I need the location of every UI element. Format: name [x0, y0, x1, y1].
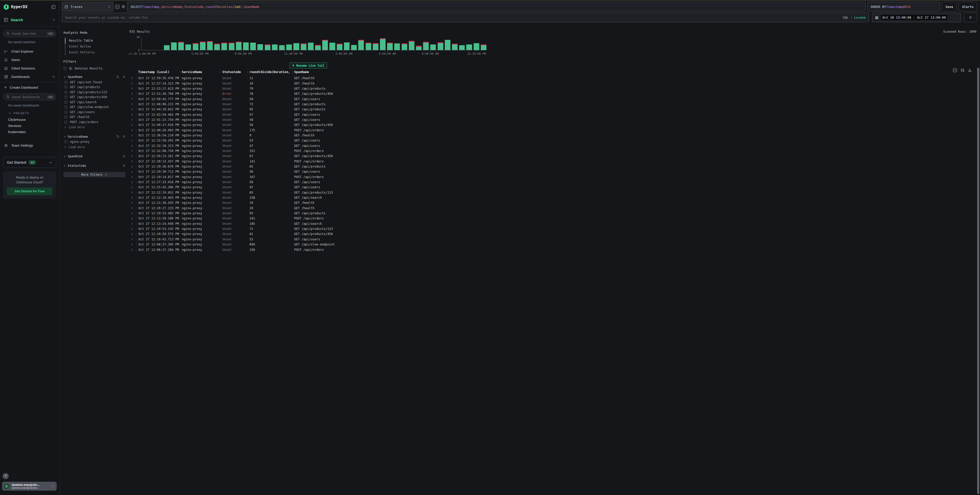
denoise-results-toggle[interactable]: Denoise Results	[63, 67, 126, 70]
column-header-statuscode[interactable]: StatusCode	[220, 70, 247, 74]
expand-row-icon[interactable]	[129, 181, 136, 184]
expand-row-icon[interactable]	[129, 170, 136, 173]
sidebar-item-dashboards[interactable]: Dashboards	[0, 73, 59, 81]
chevron-up-icon[interactable]	[52, 75, 55, 78]
expand-row-icon[interactable]	[129, 92, 136, 95]
histogram-bar[interactable]	[459, 45, 465, 50]
histogram-bar[interactable]	[193, 43, 199, 50]
histogram-bar[interactable]	[329, 43, 335, 50]
pin-icon[interactable]	[122, 75, 126, 79]
filter-option[interactable]: GET /api/not-found	[63, 80, 126, 85]
checkbox[interactable]	[64, 105, 67, 108]
pin-icon[interactable]	[122, 155, 126, 158]
expand-row-icon[interactable]	[129, 82, 136, 85]
histogram-bar[interactable]	[402, 43, 407, 50]
filter-option[interactable]: POST /api/orders	[63, 119, 126, 125]
expand-row-icon[interactable]	[129, 97, 136, 100]
sidebar-item-kubernetes[interactable]: Kubernetes	[0, 129, 59, 135]
histogram-bar[interactable]	[322, 40, 328, 50]
table-row[interactable]: Oct 27 12:57:14.313 PMnginx-proxyUnset10…	[129, 81, 490, 86]
expand-row-icon[interactable]	[129, 87, 136, 90]
checkbox[interactable]	[64, 115, 67, 118]
checkbox[interactable]	[63, 67, 67, 70]
table-row[interactable]: Oct 27 12:06:27.284 PMnginx-proxyUnset15…	[129, 247, 490, 247]
expand-row-icon[interactable]	[129, 191, 136, 194]
histogram-bar[interactable]	[445, 40, 450, 50]
histogram-bar[interactable]	[207, 41, 213, 50]
expand-row-icon[interactable]	[129, 108, 136, 111]
expand-row-icon[interactable]	[129, 217, 136, 220]
resume-live-tail-button[interactable]: Resume Live Tail	[289, 62, 327, 68]
histogram-bar[interactable]	[474, 43, 479, 50]
histogram-bar[interactable]	[185, 45, 191, 50]
table-row[interactable]: Oct 27 12:10:42.713 PMnginx-proxyUnset53…	[129, 237, 490, 242]
histogram-bar[interactable]	[171, 42, 177, 50]
expand-row-icon[interactable]	[129, 238, 136, 240]
histogram-bar[interactable]	[430, 45, 436, 50]
table-row[interactable]: Oct 27 12:22:19.852 PMnginx-proxyUnset65…	[129, 190, 490, 195]
sidebar-item-clickhouse[interactable]: ClickHouse	[0, 116, 59, 123]
filter-option[interactable]: GET /api/users	[63, 110, 126, 115]
table-row[interactable]: Oct 27 12:36:54.210 PMnginx-proxyUnset9G…	[129, 133, 490, 138]
table-row[interactable]: Oct 27 12:13:24.048 PMnginx-proxyUnset18…	[129, 221, 490, 226]
histogram-bar[interactable]	[272, 45, 278, 50]
table-row[interactable]: Oct 27 12:43:59.465 PMnginx-proxyUnset57…	[129, 112, 490, 117]
expand-row-icon[interactable]	[129, 77, 136, 80]
histogram-bar[interactable]	[466, 45, 472, 50]
column-header-spanname[interactable]: SpanName	[292, 70, 490, 74]
column-header-timestamp[interactable]: Timestamp (Local)	[136, 70, 180, 74]
expand-row-icon[interactable]	[129, 124, 136, 126]
get-started-dropdown[interactable]: Get Started 3/3	[3, 157, 56, 168]
histogram-bar[interactable]	[265, 45, 270, 50]
source-select[interactable]: Traces	[62, 2, 113, 11]
histogram-bar[interactable]	[221, 43, 227, 50]
histogram-bar[interactable]	[416, 46, 422, 50]
checkbox[interactable]	[64, 95, 67, 99]
create-dashboard-button[interactable]: + Create Dashboard	[0, 82, 59, 92]
table-row[interactable]: Oct 27 12:59:35.478 PMnginx-proxyUnset11…	[129, 76, 490, 81]
filter-option[interactable]: GET /health	[63, 115, 126, 120]
expand-row-icon[interactable]	[129, 233, 136, 236]
histogram-bar[interactable]	[344, 42, 350, 50]
expand-row-icon[interactable]	[129, 139, 136, 142]
search-icon[interactable]	[116, 135, 119, 138]
checkbox[interactable]	[64, 91, 67, 94]
histogram-bar[interactable]	[286, 45, 292, 50]
pin-icon[interactable]	[122, 135, 126, 138]
load-more[interactable]: Load more	[63, 144, 126, 150]
table-row[interactable]: Oct 27 12:30:23.261 PMnginx-proxyUnset67…	[129, 153, 490, 159]
table-row[interactable]: Oct 27 12:32:18.313 PMnginx-proxyUnset47…	[129, 143, 490, 148]
expand-row-icon[interactable]	[129, 228, 136, 231]
table-row[interactable]: Oct 27 12:40:20.093 PMnginx-proxyUnset17…	[129, 127, 490, 132]
checkbox[interactable]	[64, 81, 67, 84]
pin-icon[interactable]	[122, 164, 126, 167]
table-row[interactable]: Oct 27 12:44:10.832 PMnginx-proxyUnset95…	[129, 107, 490, 112]
table-row[interactable]: Oct 27 12:10:50.572 PMnginx-proxyUnset61…	[129, 231, 490, 237]
expand-row-icon[interactable]	[129, 222, 136, 225]
histogram-bar[interactable]	[358, 40, 364, 50]
table-row[interactable]: Oct 27 12:29:14.817 PMnginx-proxyUnset16…	[129, 175, 490, 180]
filter-section-statuscode[interactable]: StatusCode	[63, 163, 126, 169]
checkbox[interactable]	[64, 86, 67, 89]
expand-row-icon[interactable]	[129, 155, 136, 158]
saved-searches-input[interactable]: Saved Searches ⌘K	[3, 30, 56, 37]
app-logo[interactable]: HyperDX	[3, 4, 51, 10]
filter-section-spanname[interactable]: SpanName	[63, 74, 126, 80]
expand-row-icon[interactable]	[129, 129, 136, 132]
checkbox[interactable]	[64, 121, 67, 124]
select-query-editor[interactable]: SELECT Timestamp,ServiceName,StatusCode,…	[127, 2, 490, 11]
table-row[interactable]: Oct 27 12:40:27.016 PMnginx-proxyUnset56…	[129, 123, 490, 127]
histogram-bar[interactable]	[164, 45, 170, 50]
filter-option[interactable]: GET /api/slow-endpoint	[63, 105, 126, 110]
table-row[interactable]: Oct 27 12:13:59.180 PMnginx-proxyUnset14…	[129, 216, 490, 221]
histogram-bar[interactable]	[409, 41, 414, 50]
histogram-bar[interactable]	[315, 45, 321, 50]
table-row[interactable]: Oct 27 12:46:08.221 PMnginx-proxyUnset72…	[129, 102, 490, 107]
histogram-bar[interactable]	[481, 45, 487, 50]
code-icon[interactable]	[115, 5, 119, 9]
sidebar-item-search[interactable]: Search	[0, 13, 59, 27]
histogram-bar[interactable]	[214, 44, 220, 50]
expand-row-icon[interactable]	[129, 103, 136, 105]
table-row[interactable]: Oct 27 12:21:36.435 PMnginx-proxyUnset10…	[129, 200, 490, 205]
expand-row-icon[interactable]	[129, 196, 136, 199]
